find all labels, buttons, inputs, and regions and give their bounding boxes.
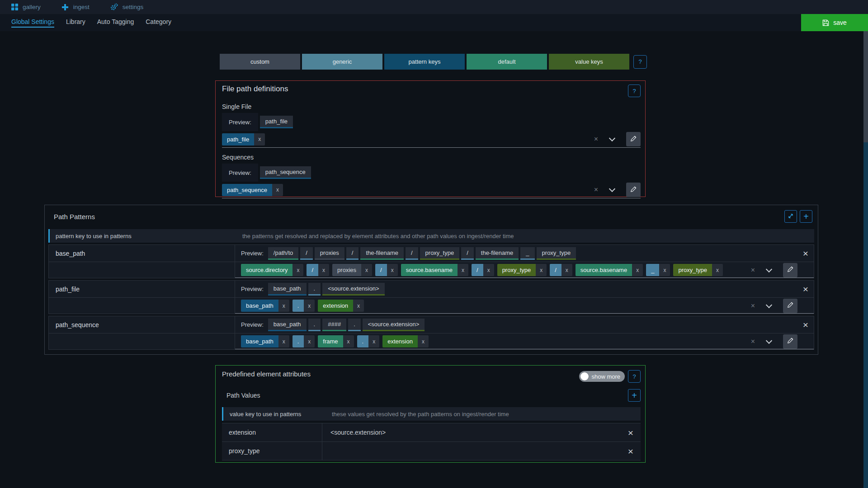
tag-remove-button[interactable]: x: [368, 335, 379, 347]
edit-pencil-button[interactable]: [626, 132, 641, 146]
tag-remove-button[interactable]: x: [536, 264, 547, 276]
pattern-tags-input[interactable]: base_path x . x extension x: [235, 298, 814, 314]
pattern-preview-chips: base_path.<source.extension>: [268, 283, 385, 296]
pattern-tag-label: source.basename: [576, 264, 632, 276]
preview-chip-label: proxy_type: [425, 249, 454, 256]
chevron-down-icon[interactable]: [609, 135, 615, 141]
pattern-tag: path_file x: [222, 133, 265, 145]
tab-library[interactable]: Library: [60, 18, 91, 28]
delete-value-button[interactable]: ×: [628, 446, 633, 456]
pattern-tag: source.directory x: [241, 264, 303, 276]
file-path-definitions-help-button[interactable]: ?: [628, 84, 641, 97]
tag-remove-button[interactable]: x: [361, 264, 372, 276]
edit-pencil-button[interactable]: [783, 263, 797, 277]
expand-button[interactable]: [784, 210, 797, 223]
input-controls: ×: [751, 334, 797, 349]
delete-row-button[interactable]: ×: [803, 284, 808, 294]
tag-remove-button[interactable]: x: [304, 300, 315, 312]
delete-row-button[interactable]: ×: [803, 249, 808, 258]
clear-input-button[interactable]: ×: [751, 338, 755, 345]
chevron-down-icon[interactable]: [609, 186, 615, 192]
chevron-down-icon[interactable]: [766, 266, 772, 272]
tag-remove-button[interactable]: x: [353, 300, 364, 312]
preview-chip-label: /: [467, 249, 468, 256]
value-key: proxy_type: [222, 442, 322, 460]
pattern-row-spacer: [49, 333, 235, 349]
filter-pattern-keys-button[interactable]: pattern keys: [384, 54, 465, 70]
preview-chip-label: /path/to: [274, 249, 293, 256]
filter-help-button[interactable]: ?: [633, 55, 647, 69]
preview-label: Preview:: [241, 286, 264, 292]
tag-remove-button[interactable]: x: [561, 264, 572, 276]
clear-input-button[interactable]: ×: [594, 136, 598, 143]
gallery-grid-icon: [11, 4, 18, 10]
chevron-down-icon[interactable]: [766, 301, 772, 308]
tag-remove-button[interactable]: x: [304, 335, 315, 347]
chevron-down-icon[interactable]: [766, 337, 772, 343]
tab-auto-tagging[interactable]: Auto Tagging: [91, 18, 140, 28]
scrollbar-thumb[interactable]: [863, 31, 868, 142]
toggle-label: show more: [591, 373, 620, 380]
pattern-tag-label: _: [646, 264, 659, 276]
filter-default-button[interactable]: default: [467, 54, 547, 70]
tag-remove-button[interactable]: x: [343, 335, 354, 347]
tag-remove-button[interactable]: x: [278, 300, 289, 312]
tag-remove-button[interactable]: x: [712, 264, 723, 276]
show-more-toggle[interactable]: show more: [579, 371, 625, 382]
nav-settings[interactable]: settings: [110, 3, 144, 11]
add-pattern-button[interactable]: +: [800, 210, 812, 223]
filter-generic-button[interactable]: generic: [302, 54, 382, 70]
edit-pencil-button[interactable]: [783, 299, 797, 313]
preview-chip-label: the-filename: [366, 249, 398, 256]
tag-remove-button[interactable]: x: [272, 184, 283, 196]
pattern-tag: source.basename x: [401, 264, 468, 276]
scrollbar-track[interactable]: [863, 31, 868, 488]
nav-gallery[interactable]: gallery: [11, 4, 41, 10]
preview-label-box: Preview:: [222, 164, 258, 182]
tag-remove-button[interactable]: x: [632, 264, 643, 276]
tag-remove-button[interactable]: x: [318, 264, 329, 276]
tag-remove-button[interactable]: x: [254, 133, 265, 145]
preview-chip: /: [300, 247, 313, 260]
delete-value-button[interactable]: ×: [628, 428, 633, 437]
tag-remove-button[interactable]: x: [483, 264, 494, 276]
predefined-attributes-help-button[interactable]: ?: [628, 370, 641, 383]
tag-remove-button[interactable]: x: [659, 264, 670, 276]
input-controls: ×: [594, 183, 641, 197]
header-pattern-key: pattern key to use in patterns: [50, 233, 235, 239]
pattern-tag-label: base_path: [241, 335, 278, 347]
tag-remove-button[interactable]: x: [387, 264, 398, 276]
tag-remove-button[interactable]: x: [418, 335, 429, 347]
filter-value-keys-button[interactable]: value keys: [549, 54, 629, 70]
edit-pencil-button[interactable]: [626, 183, 641, 197]
pattern-tags-input[interactable]: source.directory x / x proxies x: [235, 262, 814, 278]
tag-remove-button[interactable]: x: [292, 264, 303, 276]
clear-input-button[interactable]: ×: [594, 186, 598, 193]
pattern-tag-label: source.directory: [241, 264, 292, 276]
tag-remove-button[interactable]: x: [458, 264, 468, 276]
edit-pencil-button[interactable]: [783, 334, 797, 349]
plus-icon: +: [632, 391, 637, 400]
pattern-tag: proxies x: [332, 264, 372, 276]
clear-input-button[interactable]: ×: [751, 267, 755, 274]
tab-label: Category: [146, 18, 171, 28]
pattern-tags-input[interactable]: base_path x . x frame x: [235, 333, 814, 349]
pencil-icon: [630, 186, 637, 194]
sequences-pattern-input[interactable]: path_sequence x ×: [222, 182, 641, 198]
delete-row-button[interactable]: ×: [803, 320, 808, 329]
pattern-row-spacer: [49, 298, 235, 314]
tab-global-settings[interactable]: Global Settings: [5, 18, 60, 28]
tab-category[interactable]: Category: [140, 18, 177, 28]
preview-chip-label: path_file: [265, 118, 288, 125]
filter-custom-button[interactable]: custom: [220, 54, 300, 70]
add-value-button[interactable]: +: [628, 389, 641, 402]
tag-remove-button[interactable]: x: [278, 335, 289, 347]
preview-chip: proxy_type: [420, 247, 460, 260]
pattern-tag: . x: [292, 300, 315, 312]
pattern-preview-chips: /path/to/proxies/the-filename/proxy_type…: [268, 247, 576, 260]
single-file-pattern-input[interactable]: path_file x ×: [222, 131, 641, 148]
clear-input-button[interactable]: ×: [751, 302, 755, 310]
nav-ingest[interactable]: ingest: [61, 4, 90, 11]
save-button[interactable]: save: [801, 14, 868, 31]
preview-chip-label: the-filename: [481, 249, 514, 256]
